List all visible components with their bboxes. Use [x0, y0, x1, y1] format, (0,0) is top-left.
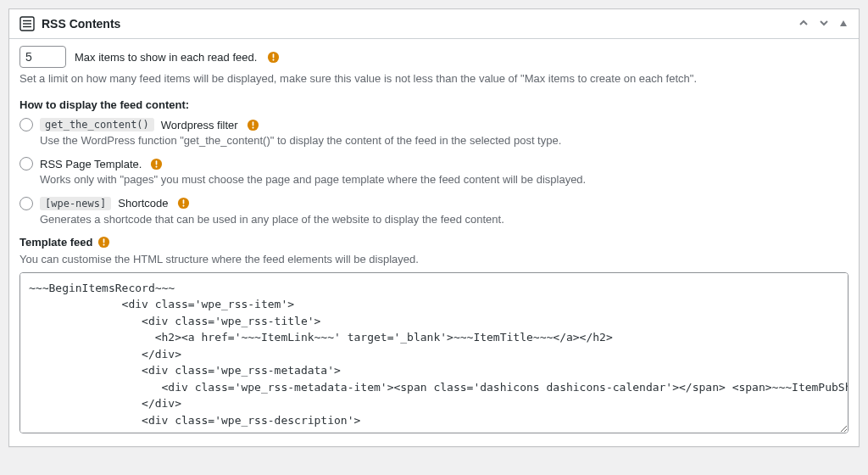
- svg-rect-12: [156, 160, 158, 165]
- svg-point-13: [156, 165, 158, 167]
- template-feed-textarea[interactable]: [19, 272, 849, 433]
- svg-point-16: [182, 205, 184, 207]
- svg-point-7: [273, 59, 275, 60]
- panel-title: RSS Contents: [42, 17, 120, 31]
- radio-option-get-content: get_the_content() Wordpress filter: [19, 118, 849, 131]
- svg-rect-6: [273, 53, 275, 58]
- radio-page-template[interactable]: [19, 157, 33, 170]
- warning-icon[interactable]: [267, 51, 280, 64]
- svg-rect-9: [252, 121, 253, 126]
- max-items-help: Set a limit on how many feed items will …: [19, 71, 849, 87]
- radio-label-page-template: RSS Page Template.: [40, 158, 142, 170]
- warning-icon[interactable]: [177, 197, 190, 210]
- radio-label-get-content: Wordpress filter: [161, 119, 238, 131]
- radio-desc-page-template: Works only with "pages" you must choose …: [40, 172, 849, 187]
- svg-rect-15: [182, 199, 184, 204]
- collapse-triangle-icon[interactable]: [838, 18, 849, 31]
- max-items-row: Max items to show in each read feed.: [19, 46, 849, 68]
- display-mode-label: How to display the feed content:: [19, 98, 849, 111]
- radio-shortcode[interactable]: [19, 197, 33, 210]
- chevron-up-icon[interactable]: [798, 17, 810, 31]
- radio-desc-get-content: Use the WordPress function "get_the_cont…: [40, 133, 849, 148]
- panel-header-left: RSS Contents: [19, 16, 120, 31]
- max-items-input[interactable]: [19, 46, 66, 68]
- svg-point-10: [252, 126, 253, 128]
- svg-marker-4: [840, 20, 847, 26]
- radio-option-page-template: RSS Page Template.: [19, 157, 849, 170]
- template-feed-label: Template feed: [19, 236, 92, 249]
- rss-contents-panel: RSS Contents Max items to show in each r…: [8, 8, 860, 447]
- warning-icon[interactable]: [150, 158, 163, 170]
- template-label-row: Template feed: [19, 236, 849, 249]
- warning-icon[interactable]: [97, 236, 110, 249]
- code-pill-get-content: get_the_content(): [40, 118, 154, 131]
- panel-body: Max items to show in each read feed. Set…: [9, 39, 859, 446]
- panel-header-controls: [798, 17, 849, 31]
- template-feed-help: You can customise the HTML structure whe…: [19, 252, 849, 267]
- code-pill-shortcode: [wpe-news]: [40, 197, 111, 210]
- svg-point-19: [103, 243, 105, 245]
- panel-header: RSS Contents: [9, 9, 859, 39]
- display-mode-group: get_the_content() Wordpress filter Use t…: [19, 118, 849, 227]
- warning-icon[interactable]: [247, 119, 259, 131]
- radio-option-shortcode: [wpe-news] Shortcode: [19, 197, 849, 210]
- max-items-label: Max items to show in each read feed.: [75, 51, 257, 64]
- radio-desc-shortcode: Generates a shortcode that can be used i…: [40, 212, 849, 227]
- svg-rect-18: [103, 238, 105, 243]
- chevron-down-icon[interactable]: [818, 17, 830, 31]
- radio-get-content[interactable]: [19, 118, 33, 131]
- radio-label-shortcode: Shortcode: [118, 197, 168, 210]
- rss-list-icon: [19, 16, 35, 31]
